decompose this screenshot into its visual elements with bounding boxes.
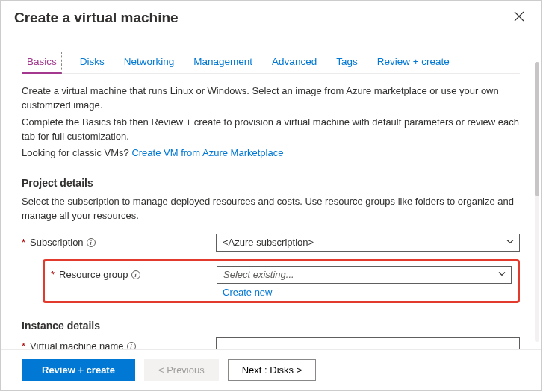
vm-name-row: * Virtual machine name i: [22, 337, 520, 349]
tab-bar: Basics Disks Networking Management Advan…: [22, 40, 520, 74]
vm-name-label: * Virtual machine name i: [22, 340, 216, 349]
project-details-desc: Select the subscription to manage deploy…: [22, 195, 520, 223]
subscription-select[interactable]: <Azure subscription>: [216, 234, 520, 252]
next-button[interactable]: Next : Disks >: [228, 359, 317, 381]
project-details-title: Project details: [22, 177, 520, 189]
tab-advanced[interactable]: Advanced: [270, 52, 318, 73]
subscription-row: * Subscription i <Azure subscription>: [22, 234, 520, 252]
tab-tags[interactable]: Tags: [335, 52, 359, 73]
tab-basics[interactable]: Basics: [22, 52, 62, 74]
info-icon[interactable]: i: [131, 270, 140, 279]
subscription-label: * Subscription i: [22, 237, 216, 248]
resource-group-label: * Resource group i: [51, 269, 217, 280]
intro-line3-prefix: Looking for classic VMs?: [22, 147, 131, 158]
required-asterisk: *: [22, 237, 25, 248]
required-asterisk: *: [51, 269, 55, 280]
resource-group-select[interactable]: Select existing...: [217, 266, 512, 284]
create-new-link[interactable]: Create new: [223, 287, 272, 298]
resource-group-placeholder: Select existing...: [223, 269, 294, 280]
chevron-down-icon: [506, 237, 515, 248]
intro-line3: Looking for classic VMs? Create VM from …: [22, 146, 520, 161]
close-icon[interactable]: [511, 8, 527, 28]
panel-header: Create a virtual machine: [1, 1, 541, 32]
create-vm-panel: Create a virtual machine Basics Disks Ne…: [0, 0, 542, 391]
resource-group-row: * Resource group i Select existing...: [51, 266, 512, 284]
resource-group-highlight: * Resource group i Select existing... C: [43, 259, 520, 303]
instance-details-title: Instance details: [22, 320, 520, 332]
info-icon[interactable]: i: [87, 238, 96, 247]
chevron-down-icon: [497, 269, 506, 280]
previous-button: < Previous: [144, 359, 219, 381]
marketplace-link[interactable]: Create VM from Azure Marketplace: [131, 147, 283, 158]
review-create-button[interactable]: Review + create: [22, 359, 135, 381]
intro-line1: Create a virtual machine that runs Linux…: [22, 84, 520, 113]
intro-line2: Complete the Basics tab then Review + cr…: [22, 116, 520, 144]
tab-review[interactable]: Review + create: [376, 52, 451, 73]
required-asterisk: *: [22, 340, 25, 349]
footer-bar: Review + create < Previous Next : Disks …: [1, 349, 541, 390]
tab-networking[interactable]: Networking: [122, 52, 176, 73]
scrollbar-thumb[interactable]: [535, 62, 539, 196]
indent-connector: [34, 281, 49, 299]
tab-management[interactable]: Management: [192, 52, 254, 73]
content-area: Basics Disks Networking Management Advan…: [1, 32, 541, 349]
info-icon[interactable]: i: [127, 342, 136, 349]
vm-name-input[interactable]: [216, 337, 520, 349]
subscription-value: <Azure subscription>: [223, 237, 314, 248]
panel-title: Create a virtual machine: [14, 10, 179, 26]
tab-disks[interactable]: Disks: [78, 52, 106, 73]
